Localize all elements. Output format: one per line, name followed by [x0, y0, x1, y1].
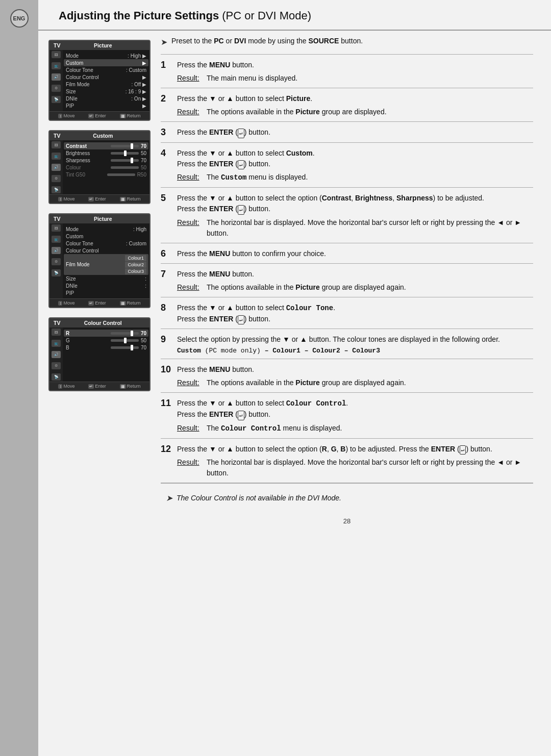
step-12-header: 12 Press the ▼ or ▲ button to select the…	[161, 444, 533, 455]
step-11-text: Press the ▼ or ▲ button to select Colour…	[177, 398, 533, 420]
tv-icon-2b: 📺	[52, 153, 61, 160]
tv-menu-row-selected: Custom ▶	[64, 59, 148, 66]
tv-menu-row: PIP	[66, 289, 146, 296]
step-2-result: Result: The options available in the Pic…	[161, 107, 533, 117]
sharpness-slider	[111, 159, 139, 162]
enter-icon-step8: ↵	[238, 315, 244, 325]
tv-menu-items-1: Mode : High ▶ Custom ▶ Colour Tone : Cus…	[63, 50, 149, 111]
preset-text: Preset to the PC or DVI mode by using th…	[171, 37, 363, 45]
enter-icon-step4: ↵	[238, 160, 244, 170]
screenshots-col: TV Picture 🖼 📺 🔊 ⚙ 📡 Mode	[38, 31, 156, 756]
instructions-col: ➤ Preset to the PC or DVI mode by using …	[156, 31, 551, 756]
tv-menu-row-filmmode: Film Mode Colour1 Colour2 Colour3	[64, 254, 148, 275]
tv-menu-row: Size :	[66, 275, 146, 282]
step-5-num: 5	[161, 193, 172, 204]
tv-menu-row: Size : 16 : 9 ▶	[66, 88, 146, 95]
tv-icon-2d: ⚙	[52, 175, 61, 182]
result-label: Result:	[177, 377, 202, 388]
left-sidebar: ENG	[0, 0, 38, 756]
step-9-text: Select the option by pressing the ▼ or ▲…	[177, 334, 533, 345]
step-1-result-text: The main menu is displayed.	[207, 73, 297, 84]
tv-menu-body-1: 🖼 📺 🔊 ⚙ 📡 Mode : High ▶ Custom	[49, 50, 149, 111]
step-10-num: 10	[161, 364, 172, 375]
step-4-header: 4 Press the ▼ or ▲ button to select Cust…	[161, 148, 533, 170]
step-9-num: 9	[161, 334, 172, 345]
step-7-text: Press the MENU button.	[177, 269, 533, 280]
r-slider	[111, 332, 139, 335]
tv-icon-1b: 📺	[52, 62, 61, 69]
step-7-header: 7 Press the MENU button.	[161, 269, 533, 280]
step-3-header: 3 Press the ENTER (↵) button.	[161, 127, 533, 138]
return-icon-3: ▦	[120, 301, 126, 306]
color-order: Custom (PC mode only) – Colour1 – Colour…	[161, 347, 533, 355]
step-2-num: 2	[161, 93, 172, 104]
result-label: Result:	[177, 457, 202, 478]
step-10: 10 Press the MENU button. Result: The op…	[161, 359, 533, 392]
step-3: 3 Press the ENTER (↵) button.	[161, 121, 533, 142]
tv-menu-row: PIP ▶	[66, 102, 146, 109]
step-7-result-text: The options available in the Picture gro…	[207, 282, 406, 293]
step-8: 8 Press the ▼ or ▲ button to select Colo…	[161, 297, 533, 329]
tv-menu-row: Mode : High	[66, 225, 146, 233]
tv-menu-row: Custom	[66, 233, 146, 240]
step-10-result-text: The options available in the Picture gro…	[207, 377, 406, 388]
tv-icon-4c: 🔊	[52, 351, 61, 358]
g-slider	[111, 339, 139, 342]
step-4-text: Press the ▼ or ▲ button to select Custom…	[177, 148, 533, 170]
step-8-header: 8 Press the ▼ or ▲ button to select Colo…	[161, 303, 533, 325]
step-2-header: 2 Press the ▼ or ▲ button to select Pict…	[161, 93, 533, 104]
enter-icon-step12: ↵	[460, 445, 466, 455]
bottom-arrow: ➤	[166, 493, 172, 503]
tv-icon-4a: 🖼	[52, 329, 61, 336]
step-6-header: 6 Press the MENU button to confirm your …	[161, 248, 533, 259]
step-4-result-text: The Custom menu is displayed.	[207, 172, 308, 183]
tv-icon-2c: 🔊	[52, 164, 61, 171]
submenu-colour1: Colour1	[125, 255, 146, 261]
content-body: TV Picture 🖼 📺 🔊 ⚙ 📡 Mode	[38, 31, 551, 756]
step-7: 7 Press the MENU button. Result: The opt…	[161, 263, 533, 297]
preset-note: ➤ Preset to the PC or DVI mode by using …	[161, 37, 533, 47]
tv-label-3: TV	[54, 216, 60, 222]
tv-menu-items-3: Mode : High Custom Colour Tone : Custom	[63, 223, 149, 298]
tv-icons-1: 🖼 📺 🔊 ⚙ 📡	[49, 50, 63, 111]
step-10-text: Press the MENU button.	[177, 364, 533, 375]
menu-title-1: Picture	[94, 42, 112, 48]
step-5: 5 Press the ▼ or ▲ button to select the …	[161, 187, 533, 243]
tv-icon-4b: 📺	[52, 340, 61, 347]
step-3-text: Press the ENTER (↵) button.	[177, 127, 533, 138]
tv-menu-row: DNIe : On ▶	[66, 95, 146, 102]
tv-label-1: TV	[54, 42, 60, 48]
tv-menu-row: Mode : High ▶	[66, 52, 146, 59]
tv-menu-row: Colour Tone : Custom	[66, 66, 146, 73]
step-1-header: 1 Press the MENU button.	[161, 60, 533, 70]
step-1-result: Result: The main menu is displayed.	[161, 73, 533, 84]
step-5-header: 5 Press the ▼ or ▲ button to select the …	[161, 193, 533, 215]
step-2: 2 Press the ▼ or ▲ button to select Pict…	[161, 88, 533, 121]
brightness-slider	[111, 152, 139, 155]
tv-icons-2: 🖼 📺 🔊 ⚙ 📡	[49, 140, 63, 194]
tv-menu-row: DNIe :	[66, 282, 146, 289]
tv-menu-row-g: G 50	[66, 337, 146, 344]
return-icon-2: ▦	[120, 197, 126, 201]
tv-label-4: TV	[54, 320, 60, 326]
tv-menu-body-3: 🖼 📺 🔊 ⚙ 📡 Mode : High Custom	[49, 223, 149, 298]
step-4-result: Result: The Custom menu is displayed.	[161, 172, 533, 183]
main-content: Adjusting the Picture Settings (PC or DV…	[38, 0, 551, 756]
bottom-note: ➤ The Colour Control is not available in…	[161, 483, 533, 512]
tv-menu-picture-1: TV Picture 🖼 📺 🔊 ⚙ 📡 Mode	[48, 40, 151, 121]
step-2-text: Press the ▼ or ▲ button to select Pictur…	[177, 93, 533, 104]
page-title-bar: Adjusting the Picture Settings (PC or DV…	[38, 0, 551, 31]
bottom-note-text: The Colour Control is not available in t…	[177, 494, 341, 502]
step-2-result-text: The options available in the Picture gro…	[207, 107, 387, 117]
eng-badge: ENG	[10, 9, 29, 28]
page-title: Adjusting the Picture Settings (PC or DV…	[59, 9, 531, 22]
tv-icon-3e: 📡	[52, 269, 61, 276]
step-11-result-text: The Colour Control menu is displayed.	[207, 423, 342, 434]
tv-label-2: TV	[54, 133, 60, 139]
enter-icon-3: ↵	[88, 301, 94, 306]
tv-menu-row: Colour Control ▶	[66, 73, 146, 81]
result-label: Result:	[177, 107, 202, 117]
tv-menu-body-2: 🖼 📺 🔊 ⚙ 📡 Contrast 70	[49, 140, 149, 194]
move-icon-1: ↕	[58, 114, 62, 118]
tv-menu-footer-1: ↕ Move ↵ Enter ▦ Return	[49, 111, 149, 120]
